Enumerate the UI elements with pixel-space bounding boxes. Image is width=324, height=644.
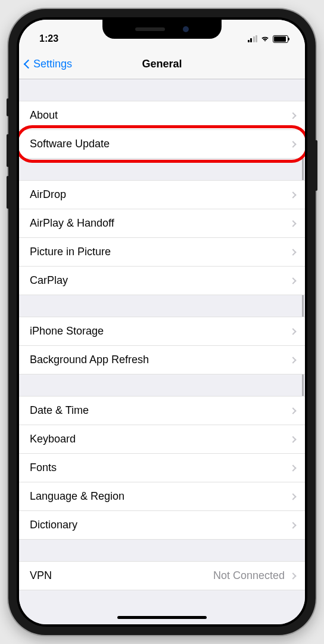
row-label: Picture in Picture	[30, 246, 111, 258]
row-value: Not Connected	[213, 569, 285, 582]
chevron-right-icon	[289, 249, 296, 255]
row-label: VPN	[30, 569, 52, 582]
nav-bar: Settings General	[19, 49, 305, 79]
notch	[102, 20, 222, 39]
chevron-right-icon	[289, 141, 296, 147]
volume-up-button	[7, 134, 9, 167]
silent-switch	[7, 98, 9, 116]
page-title: General	[142, 58, 182, 70]
row-dictionary[interactable]: Dictionary	[19, 511, 305, 540]
row-label: Background App Refresh	[30, 354, 149, 366]
row-label: Fonts	[30, 462, 57, 474]
chevron-left-icon	[24, 60, 33, 69]
row-label: CarPlay	[30, 274, 68, 287]
volume-down-button	[7, 176, 9, 209]
row-label: AirPlay & Handoff	[30, 217, 114, 230]
section-input-locale: Date & Time Keyboard Fonts Language & Re…	[19, 396, 305, 540]
back-label: Settings	[33, 58, 72, 70]
chevron-right-icon	[289, 465, 296, 471]
chevron-right-icon	[289, 357, 296, 363]
chevron-right-icon	[289, 436, 296, 442]
section-storage: iPhone Storage Background App Refresh	[19, 317, 305, 374]
row-label: About	[30, 109, 58, 122]
row-label: Keyboard	[30, 433, 76, 445]
power-button	[315, 140, 317, 191]
row-vpn[interactable]: VPN Not Connected	[19, 561, 305, 590]
chevron-right-icon	[289, 493, 296, 500]
row-picture-in-picture[interactable]: Picture in Picture	[19, 238, 305, 267]
row-carplay[interactable]: CarPlay	[19, 267, 305, 295]
section-vpn: VPN Not Connected	[19, 561, 305, 590]
chevron-right-icon	[289, 191, 296, 198]
row-label: iPhone Storage	[30, 325, 104, 338]
row-label: Software Update	[30, 138, 110, 150]
chevron-right-icon	[289, 328, 296, 335]
row-fonts[interactable]: Fonts	[19, 454, 305, 482]
home-indicator[interactable]	[117, 616, 207, 619]
chevron-right-icon	[289, 112, 296, 119]
chevron-right-icon	[289, 220, 296, 227]
row-software-update[interactable]: Software Update	[19, 130, 305, 159]
chevron-right-icon	[289, 572, 296, 579]
section-device-info: About Software Update	[19, 101, 305, 159]
row-language-region[interactable]: Language & Region	[19, 482, 305, 511]
cellular-signal-icon	[248, 35, 258, 42]
content-scroll[interactable]: About Software Update AirDrop	[19, 79, 305, 624]
row-iphone-storage[interactable]: iPhone Storage	[19, 317, 305, 346]
chevron-right-icon	[289, 407, 296, 414]
row-date-time[interactable]: Date & Time	[19, 396, 305, 425]
row-label: Dictionary	[30, 519, 77, 531]
row-label: Language & Region	[30, 490, 124, 503]
row-background-app-refresh[interactable]: Background App Refresh	[19, 346, 305, 374]
row-keyboard[interactable]: Keyboard	[19, 425, 305, 454]
section-connectivity: AirDrop AirPlay & Handoff Picture in Pic…	[19, 180, 305, 295]
row-label: AirDrop	[30, 188, 66, 201]
chevron-right-icon	[289, 277, 296, 284]
row-airplay-handoff[interactable]: AirPlay & Handoff	[19, 209, 305, 238]
screen: 1:23 Settings General	[19, 20, 305, 624]
phone-frame: 1:23 Settings General	[8, 9, 316, 635]
row-airdrop[interactable]: AirDrop	[19, 180, 305, 209]
chevron-right-icon	[289, 522, 296, 528]
wifi-icon	[260, 35, 270, 42]
row-label: Date & Time	[30, 404, 89, 417]
row-about[interactable]: About	[19, 101, 305, 130]
back-button[interactable]: Settings	[25, 58, 72, 70]
battery-icon	[273, 35, 288, 43]
